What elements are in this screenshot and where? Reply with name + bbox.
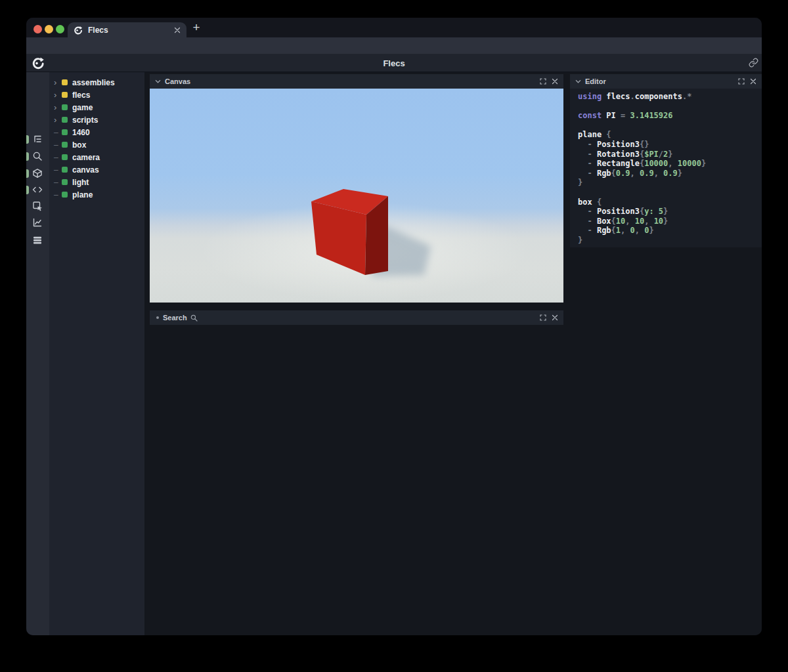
entities-icon[interactable] — [30, 165, 45, 181]
code-token: box — [578, 198, 597, 207]
code-token: 10 — [635, 217, 644, 226]
tree-item-light[interactable]: –light — [49, 176, 144, 188]
editor-code[interactable]: using flecs.components.*const PI = 3.141… — [570, 89, 762, 247]
code-token: , — [630, 169, 640, 178]
editor-panel-header: Editor — [570, 74, 762, 89]
window-close-button[interactable] — [33, 25, 42, 33]
inspect-icon[interactable] — [30, 198, 45, 214]
code-token: - — [578, 159, 597, 168]
expand-arrow-icon[interactable]: › — [54, 116, 62, 124]
code-token: 10000 — [678, 159, 701, 168]
scene-3d — [150, 89, 563, 303]
code-token: - — [578, 169, 597, 178]
code-token: 3.1415926 — [630, 111, 673, 120]
expand-arrow-icon[interactable]: › — [54, 104, 62, 112]
leaf-dash-icon: – — [54, 141, 62, 149]
tree-item-canvas[interactable]: –canvas — [49, 163, 144, 176]
code-token: 1 — [616, 226, 621, 235]
code-line: - Box{10, 10, 10} — [578, 217, 762, 226]
canvas-3d-viewport[interactable] — [150, 89, 563, 303]
code-token: { — [606, 130, 611, 139]
code-line — [578, 188, 762, 198]
browser-tab-flecs[interactable]: Flecs — [68, 22, 186, 37]
code-token: { — [597, 198, 602, 207]
code-token: , — [635, 226, 644, 235]
close-icon[interactable] — [750, 78, 756, 85]
code-token: Rgb — [597, 169, 611, 178]
tab-close-icon[interactable] — [174, 27, 181, 33]
code-token: 0 — [630, 226, 635, 235]
code-token: } — [578, 236, 582, 245]
search-icon[interactable] — [30, 148, 45, 164]
tree-item-plane[interactable]: –plane — [49, 188, 144, 201]
chevron-down-icon[interactable] — [575, 79, 581, 83]
collapsed-indicator-icon[interactable] — [156, 316, 159, 319]
code-line: const PI = 3.1415926 — [578, 111, 762, 121]
leaf-dash-icon: – — [54, 129, 62, 136]
code-token: } — [668, 150, 672, 159]
tree-item-assemblies[interactable]: ›assemblies — [49, 76, 144, 89]
code-token: - — [578, 226, 597, 235]
window-zoom-button[interactable] — [56, 25, 64, 33]
code-line: - Position3{y: 5} — [578, 207, 762, 217]
code-token: using — [578, 92, 606, 101]
code-line: } — [578, 236, 762, 245]
code-token: y: — [644, 207, 659, 216]
icon-sidebar — [26, 72, 49, 635]
tree-item-1460[interactable]: –1460 — [49, 126, 144, 138]
close-icon[interactable] — [552, 78, 558, 85]
code-token: } — [663, 217, 668, 226]
expand-icon[interactable] — [540, 78, 546, 85]
tree-item-label: scripts — [72, 116, 98, 125]
code-line — [578, 102, 762, 112]
code-token: } — [663, 207, 668, 216]
permalink-icon[interactable] — [749, 58, 758, 68]
tree-item-label: camera — [72, 153, 100, 162]
entity-color-swatch — [62, 154, 68, 160]
expand-arrow-icon[interactable]: › — [54, 91, 62, 99]
memory-icon[interactable] — [30, 232, 45, 248]
new-tab-button[interactable]: + — [189, 20, 204, 35]
code-token: = — [621, 111, 630, 120]
code-token: } — [701, 159, 706, 168]
expand-icon[interactable] — [540, 314, 546, 321]
browser-window: Flecs + flecs.dev/explorer/?wasm=https: — [26, 18, 762, 635]
code-token: { — [611, 226, 616, 235]
leaf-dash-icon: – — [54, 178, 62, 186]
code-token: flecs — [606, 92, 630, 101]
code-token: const — [578, 111, 606, 120]
code-line: box { — [578, 198, 762, 207]
tree-item-scripts[interactable]: ›scripts — [49, 114, 144, 126]
tree-item-game[interactable]: ›game — [49, 101, 144, 114]
code-icon[interactable] — [30, 182, 45, 198]
code-token: , — [668, 159, 677, 168]
code-token: Position3 — [597, 140, 640, 149]
expand-arrow-icon[interactable]: › — [54, 79, 62, 87]
code-token: Position3 — [597, 207, 640, 216]
code-token: { — [611, 217, 616, 226]
code-token: 10000 — [644, 159, 668, 168]
browser-toolbar: flecs.dev/explorer/?wasm=https://www.fle… — [26, 37, 762, 54]
chevron-down-icon[interactable] — [155, 79, 161, 83]
tree-icon[interactable] — [30, 131, 45, 147]
window-minimize-button[interactable] — [45, 25, 53, 33]
code-line: - Rgb{1, 0, 0} — [578, 226, 762, 236]
tree-item-box[interactable]: –box — [49, 138, 144, 151]
code-token: , — [644, 217, 653, 226]
stats-icon[interactable] — [30, 215, 45, 230]
search-panel-header: Search — [150, 310, 563, 325]
code-line: - Rectangle{10000, 10000} — [578, 159, 762, 169]
close-icon[interactable] — [552, 314, 558, 321]
code-token: , — [625, 217, 634, 226]
entity-color-swatch — [62, 104, 68, 110]
tree-item-flecs[interactable]: ›flecs — [49, 89, 144, 101]
tree-item-camera[interactable]: –camera — [49, 151, 144, 163]
code-token: 10 — [654, 217, 663, 226]
leaf-dash-icon: – — [54, 154, 62, 161]
code-token: Rectangle — [597, 159, 640, 168]
code-token: components — [635, 92, 682, 101]
canvas-panel: Canvas — [150, 74, 563, 303]
entity-color-swatch — [62, 129, 68, 135]
expand-icon[interactable] — [738, 78, 745, 85]
entity-color-swatch — [62, 192, 68, 198]
